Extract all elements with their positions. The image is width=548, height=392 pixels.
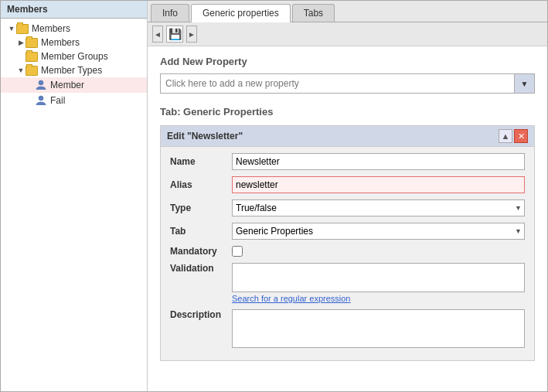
body-content: Add New Property ▼ Tab: Generic Properti… [148,46,547,391]
tree-arrow-members-root: ▼ [7,24,16,33]
tree-label-members-sub: Members [41,37,80,48]
folder-icon-members-root [16,24,29,34]
svg-point-0 [39,80,43,85]
tree-arrow-member [26,80,35,90]
tree-item-members-sub[interactable]: ▶ Members [1,36,147,49]
tab-tabs[interactable]: Tabs [292,4,335,22]
validation-label: Validation [170,263,232,274]
tree-label-fail: Fail [50,95,65,106]
content-toolbar: ◄ 💾 ► [148,22,547,46]
name-input[interactable] [232,153,525,170]
description-textarea[interactable] [232,309,525,348]
toolbar-save-button[interactable]: 💾 [166,26,183,43]
tab-generic-properties[interactable]: Generic properties [191,4,291,22]
tree-item-member-groups[interactable]: Member Groups [1,49,147,63]
tree-item-members-root[interactable]: ▼ Members [1,22,147,36]
form-row-tab: Tab Generic Properties [170,223,525,240]
mandatory-label: Mandatory [170,246,232,257]
tab-select-wrapper: Generic Properties [232,223,525,240]
description-label: Description [170,309,232,320]
main-content: Info Generic properties Tabs ◄ 💾 ► Add N… [148,1,547,391]
form-row-name: Name [170,153,525,170]
edit-panel: Edit "Newsletter" ▲ ✕ Name Alias [160,125,535,361]
member-fail-icon [35,94,47,107]
alias-input[interactable] [232,176,525,193]
add-new-property-title: Add New Property [160,56,535,67]
toolbar-right-arrow[interactable]: ► [186,26,197,43]
type-select-wrapper: True/false String Number Date [232,199,525,216]
tab-section-title: Tab: Generic Properties [160,106,535,118]
sidebar-tree: ▼ Members ▶ Members Member Groups ▼ Memb… [1,19,147,391]
tree-arrow-fail [26,96,35,105]
type-select[interactable]: True/false String Number Date [232,199,525,216]
search-regex-link[interactable]: Search for a regular expression [232,294,525,303]
edit-panel-close-button[interactable]: ✕ [514,129,528,143]
toolbar-left-arrow[interactable]: ◄ [152,26,163,43]
tree-label-members-root: Members [32,23,70,34]
add-property-dropdown-button[interactable]: ▼ [515,73,535,94]
member-type-icon [35,79,47,91]
edit-panel-header: Edit "Newsletter" ▲ ✕ [161,126,534,147]
tree-label-member-groups: Member Groups [41,51,108,62]
validation-textarea[interactable] [232,263,525,292]
add-property-row: ▼ [160,73,535,94]
tabs-bar: Info Generic properties Tabs [148,1,547,22]
save-icon: 💾 [168,28,182,40]
tree-item-member[interactable]: Member [1,77,147,93]
form-row-validation: Validation Search for a regular expressi… [170,263,525,303]
edit-panel-up-button[interactable]: ▲ [499,129,512,143]
edit-panel-title: Edit "Newsletter" [167,131,243,141]
form-row-mandatory: Mandatory [170,246,525,257]
type-label: Type [170,203,232,213]
add-property-input[interactable] [160,73,515,94]
tab-label: Tab [170,226,232,237]
mandatory-checkbox[interactable] [232,246,243,257]
tree-arrow-member-types: ▼ [16,66,26,75]
tab-info[interactable]: Info [151,4,189,22]
folder-icon-member-types [26,66,38,76]
folder-icon-member-groups [26,52,38,62]
edit-panel-buttons: ▲ ✕ [499,129,528,143]
tree-label-member-types: Member Types [41,65,102,76]
tree-item-fail[interactable]: Fail [1,93,147,108]
tree-arrow-member-groups [16,52,26,61]
tab-select[interactable]: Generic Properties [232,223,525,240]
form-row-type: Type True/false String Number Date [170,199,525,216]
tree-arrow-members-sub: ▶ [16,38,26,47]
form-row-alias: Alias [170,176,525,193]
edit-panel-body: Name Alias Type True/false [161,147,534,360]
tree-item-member-types[interactable]: ▼ Member Types [1,63,147,77]
sidebar-header: Members [1,1,147,19]
tree-label-member: Member [50,80,84,90]
form-row-description: Description [170,309,525,348]
name-label: Name [170,156,232,167]
validation-wrapper: Search for a regular expression [232,263,525,303]
alias-label: Alias [170,179,232,190]
sidebar: Members ▼ Members ▶ Members Member Group… [1,1,148,391]
svg-point-1 [39,96,43,101]
folder-icon-members-sub [26,38,38,48]
